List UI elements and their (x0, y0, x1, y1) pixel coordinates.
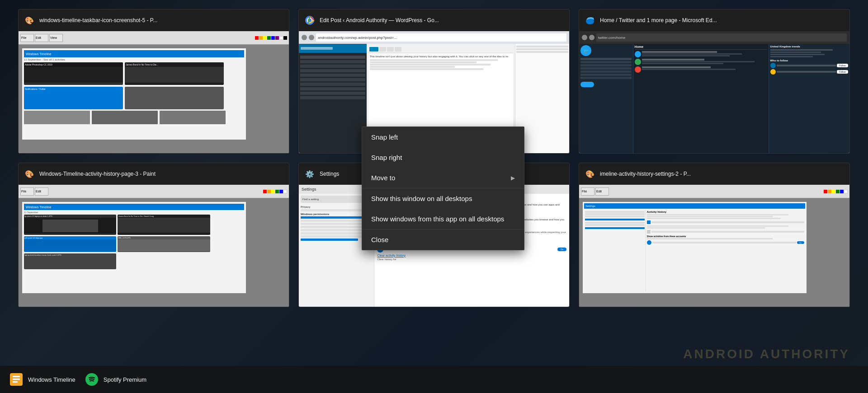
context-menu-snap-left[interactable]: Snap left (362, 127, 524, 147)
window-thumb-paint-2[interactable]: 🎨 imeline-activity-history-settings-2 - … (579, 163, 850, 307)
window-title-chrome: Edit Post ‹ Android Authority — WordPres… (320, 17, 564, 23)
twitter-trending: United Kingdom trends Who to follow Foll… (769, 44, 849, 153)
taskbar-item-windows-timeline[interactable]: Windows Timeline (9, 372, 75, 387)
taskbar-spotify-label: Spotify Premium (104, 376, 146, 383)
taskbar: Windows Timeline Spotify Premium (0, 366, 868, 393)
wp-sidebar (299, 44, 367, 153)
move-to-arrow-icon: ▶ (511, 175, 515, 181)
paint-toolbar-2: File Edit (579, 185, 849, 198)
svg-rect-6 (13, 379, 20, 380)
paint-toolbar-3: File Edit (19, 185, 289, 198)
context-menu-snap-right[interactable]: Snap right (362, 147, 524, 168)
show-app-all-desktops-label: Show windows from this app on all deskto… (371, 215, 504, 223)
browser-address-bar: androidauthority.com/wp-admin/post.php?p… (299, 31, 569, 44)
close-label: Close (371, 236, 388, 243)
window-content-paint-3: File Edit (19, 185, 289, 307)
edge-icon (585, 15, 595, 26)
paint-canvas-1: Windows Timeline 11 September - See all … (19, 45, 289, 153)
paint-icon-2: 🎨 (585, 168, 595, 179)
browser-url: androidauthority.com/wp-admin/post.php?p… (316, 33, 566, 42)
twitter-layout: 🐦 Home (579, 44, 849, 153)
window-header-paint-2: 🎨 imeline-activity-history-settings-2 - … (579, 163, 849, 185)
snap-right-label: Snap right (371, 154, 402, 161)
window-header-paint-3: 🎨 Windows-Timeline-activity-history-page… (19, 163, 289, 185)
edge-url: twitter.com/home (596, 33, 847, 42)
show-all-desktops-label: Show this window on all desktops (371, 195, 472, 202)
taskbar-item-spotify[interactable]: Spotify Premium (85, 372, 146, 387)
twitter-feed: Home (633, 44, 769, 153)
window-thumb-paint-1[interactable]: 🎨 windows-timeline-taskbar-icon-screensh… (18, 9, 289, 154)
paint-icon-1: 🎨 (24, 15, 35, 26)
paint-icon-3: 🎨 (24, 168, 35, 179)
window-title-paint-2: imeline-activity-history-settings-2 - P.… (600, 171, 844, 177)
windows-timeline-icon (9, 372, 24, 387)
window-content-edge: twitter.com/home 🐦 (579, 31, 849, 153)
context-menu-move-to[interactable]: Move to ▶ (362, 168, 524, 188)
window-content-paint-1: File Edit View (19, 31, 289, 153)
edge-browser-bar: twitter.com/home (579, 31, 849, 44)
context-menu-show-app-all-desktops[interactable]: Show windows from this app on all deskto… (362, 209, 524, 229)
move-to-label: Move to (371, 174, 395, 182)
window-header-chrome: Edit Post ‹ Android Authority — WordPres… (299, 9, 569, 31)
snap-left-label: Snap left (371, 133, 398, 141)
spotify-icon (85, 372, 99, 387)
window-thumb-paint-3[interactable]: 🎨 Windows-Timeline-activity-history-page… (18, 163, 289, 307)
chrome-icon (304, 15, 315, 26)
twitter-nav: 🐦 (579, 44, 633, 153)
window-thumb-edge[interactable]: Home / Twitter and 1 more page - Microso… (579, 9, 850, 154)
paint-toolbar-1: File Edit View (19, 31, 289, 45)
svg-rect-5 (13, 376, 20, 377)
window-title-paint-1: windows-timeline-taskbar-icon-screenshot… (39, 17, 283, 23)
context-menu-close[interactable]: Close (362, 229, 524, 250)
paint-canvas-3: Windows Timeline 11 September hp-omen-17… (19, 198, 289, 307)
window-title-edge: Home / Twitter and 1 more page - Microso… (600, 17, 844, 23)
svg-point-8 (85, 373, 98, 386)
window-content-paint-2: File Edit (579, 185, 849, 307)
window-header-paint-1: 🎨 windows-timeline-taskbar-icon-screensh… (19, 9, 289, 31)
taskbar-windows-timeline-label: Windows Timeline (28, 376, 75, 383)
paint-canvas-2: Settings (579, 198, 849, 307)
settings-icon: ⚙️ (304, 168, 315, 179)
window-title-paint-3: Windows-Timeline-activity-history-page-3… (39, 171, 283, 177)
context-menu-show-all-desktops[interactable]: Show this window on all desktops (362, 188, 524, 209)
context-menu: Snap left Snap right Move to ▶ Show this… (362, 126, 524, 250)
window-header-edge: Home / Twitter and 1 more page - Microso… (579, 9, 849, 31)
svg-rect-7 (13, 381, 18, 383)
